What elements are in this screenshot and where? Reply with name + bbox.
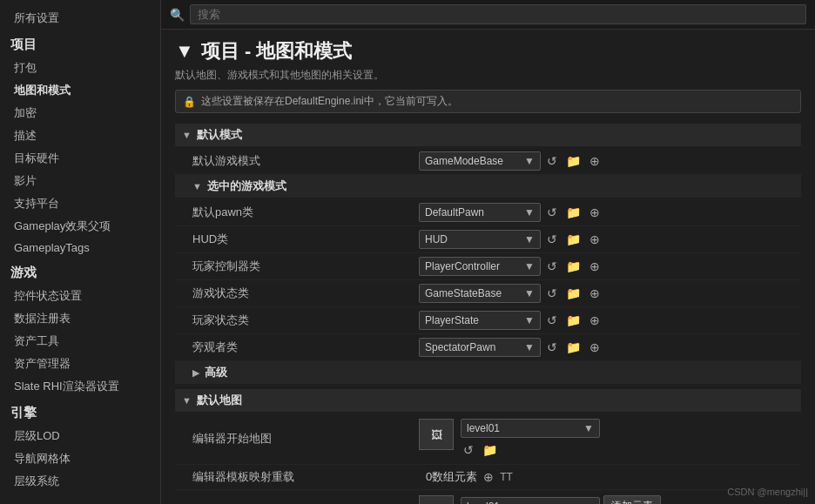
array-count-text: 0数组元素 — [426, 469, 477, 485]
image-icon: 🖼 — [431, 428, 442, 441]
spectator-text: SpectatorPawn — [425, 341, 495, 353]
default-pawn-label: 默认pawn类 — [192, 205, 419, 220]
folder-button-7[interactable]: 📁 — [563, 339, 583, 356]
hud-text: HUD — [425, 233, 448, 245]
chevron-down-icon: ▼ — [524, 155, 535, 167]
plus-button-1[interactable]: ⊕ — [587, 152, 603, 170]
default-pawn-text: DefaultPawn — [425, 206, 484, 218]
player-state-dropdown[interactable]: PlayerState ▼ — [419, 311, 541, 330]
game-state-value: GameStateBase ▼ ↺ 📁 ⊕ — [419, 284, 794, 303]
game-state-dropdown[interactable]: GameStateBase ▼ — [419, 284, 541, 303]
plus-button-5[interactable]: ⊕ — [587, 285, 603, 302]
plus-button-2[interactable]: ⊕ — [587, 204, 603, 221]
folder-button-1[interactable]: 📁 — [563, 152, 583, 170]
sidebar-item-description[interactable]: 描述 — [0, 124, 160, 147]
sidebar-item-packaging[interactable]: 打包 — [0, 57, 160, 79]
plus-button-4[interactable]: ⊕ — [587, 258, 603, 275]
advanced-header-1[interactable]: ▶ 高级 — [175, 361, 801, 384]
refresh-button-4[interactable]: ↺ — [544, 258, 560, 275]
sidebar-item-encryption[interactable]: 加密 — [0, 102, 160, 124]
sidebar-item-hierarchy[interactable]: 层级系统 — [0, 470, 160, 493]
watermark: CSDN @mengzhi|| — [727, 487, 808, 497]
editor-start-row: 编辑器开始地图 🖼 level01 ▼ ↺ — [175, 413, 801, 465]
game-section-title: 游戏 — [0, 258, 160, 285]
folder-button-6[interactable]: 📁 — [563, 312, 583, 329]
editor-start-dropdown-text: level01 — [467, 422, 500, 434]
folder-button-2[interactable]: 📁 — [563, 204, 583, 221]
editor-template-row: 编辑器模板映射重载 0数组元素 ⊕ TT — [175, 465, 801, 490]
game-default-row: 游戏默认地图 🖼 level01 ▼ 添加元素 — [175, 490, 801, 504]
default-pawn-dropdown[interactable]: DefaultPawn ▼ — [419, 203, 541, 222]
folder-button-4[interactable]: 📁 — [563, 258, 583, 275]
sidebar-item-widget-state[interactable]: 控件状态设置 — [0, 285, 160, 307]
game-default-top-row: level01 ▼ 添加元素 — [461, 495, 661, 504]
default-game-mode-row: 默认游戏模式 GameModeBase ▼ ↺ 📁 ⊕ — [175, 148, 801, 175]
sidebar-item-gameplay-effects[interactable]: Gameplay效果父项 — [0, 215, 160, 238]
sidebar-item-slate-rhi[interactable]: Slate RHI渲染器设置 — [0, 375, 160, 398]
default-pawn-value: DefaultPawn ▼ ↺ 📁 ⊕ — [419, 203, 794, 222]
search-bar: 🔍 — [161, 0, 815, 30]
editor-start-thumb: 🖼 — [419, 419, 454, 450]
plus-button-6[interactable]: ⊕ — [587, 312, 603, 329]
folder-button-5[interactable]: 📁 — [563, 285, 583, 302]
page-title-arrow[interactable]: ▼ — [175, 40, 194, 63]
editor-start-refresh[interactable]: ↺ — [461, 441, 476, 459]
sidebar-item-maps-modes[interactable]: 地图和模式 — [0, 79, 160, 102]
player-controller-row: 玩家控制器类 PlayerController ▼ ↺ 📁 ⊕ — [175, 253, 801, 280]
selected-mode-arrow: ▼ — [192, 181, 202, 192]
editor-template-value: 0数组元素 ⊕ TT — [426, 468, 794, 486]
editor-start-dropdown[interactable]: level01 ▼ — [461, 419, 600, 438]
chevron-down-icon-2: ▼ — [524, 206, 535, 218]
default-mode-header[interactable]: ▼ 默认模式 — [175, 124, 801, 146]
sidebar-item-asset-manager[interactable]: 资产管理器 — [0, 353, 160, 375]
sidebar-item-asset-tools[interactable]: 资产工具 — [0, 330, 160, 353]
refresh-button-3[interactable]: ↺ — [544, 231, 560, 248]
array-add-button[interactable]: ⊕ — [481, 468, 496, 486]
sidebar-item-movies[interactable]: 影片 — [0, 170, 160, 192]
chevron-down-icon-8: ▼ — [583, 422, 594, 434]
page-title-text: 项目 - 地图和模式 — [201, 38, 353, 64]
sidebar-item-target-hardware[interactable]: 目标硬件 — [0, 147, 160, 170]
default-pawn-row: 默认pawn类 DefaultPawn ▼ ↺ 📁 ⊕ — [175, 199, 801, 226]
sidebar-item-gameplay-tags[interactable]: GameplayTags — [0, 238, 160, 258]
editor-start-value: 🖼 level01 ▼ ↺ 📁 — [419, 419, 794, 459]
selected-mode-header[interactable]: ▼ 选中的游戏模式 — [175, 175, 801, 198]
game-default-dropdown-text: level01 — [467, 501, 500, 505]
spectator-dropdown[interactable]: SpectatorPawn ▼ — [419, 338, 541, 357]
refresh-button-2[interactable]: ↺ — [544, 204, 560, 221]
chevron-down-icon-5: ▼ — [524, 287, 535, 299]
page-subtitle: 默认地图、游戏模式和其他地图的相关设置。 — [175, 68, 801, 83]
editor-start-controls: level01 ▼ ↺ 📁 — [461, 419, 600, 459]
engine-section-title: 引擎 — [0, 398, 160, 425]
page-title: ▼ 项目 - 地图和模式 — [175, 38, 801, 64]
sidebar-item-hlod[interactable]: 层级LOD — [0, 425, 160, 447]
refresh-button-1[interactable]: ↺ — [544, 152, 560, 170]
sidebar: 所有设置 项目 打包 地图和模式 加密 描述 目标硬件 影片 支持平台 Game… — [0, 0, 161, 504]
player-controller-dropdown[interactable]: PlayerController ▼ — [419, 257, 541, 276]
plus-button-7[interactable]: ⊕ — [587, 339, 603, 356]
default-game-mode-label: 默认游戏模式 — [192, 153, 419, 169]
sidebar-item-data-registry[interactable]: 数据注册表 — [0, 307, 160, 330]
sidebar-item-supported-platforms[interactable]: 支持平台 — [0, 192, 160, 215]
default-map-arrow: ▼ — [182, 395, 192, 406]
add-element-button[interactable]: 添加元素 — [603, 495, 661, 504]
hud-row: HUD类 HUD ▼ ↺ 📁 ⊕ — [175, 226, 801, 253]
game-default-thumb: 🖼 — [419, 495, 454, 504]
hud-label: HUD类 — [192, 232, 419, 247]
default-game-mode-dropdown[interactable]: GameModeBase ▼ — [419, 151, 541, 171]
plus-button-3[interactable]: ⊕ — [587, 231, 603, 248]
refresh-button-5[interactable]: ↺ — [544, 285, 560, 302]
spectator-value: SpectatorPawn ▼ ↺ 📁 ⊕ — [419, 338, 794, 357]
default-map-header[interactable]: ▼ 默认地图 — [175, 389, 801, 412]
game-default-dropdown[interactable]: level01 ▼ — [461, 497, 600, 505]
refresh-button-7[interactable]: ↺ — [544, 339, 560, 356]
editor-start-folder[interactable]: 📁 — [480, 441, 500, 459]
hud-dropdown[interactable]: HUD ▼ — [419, 230, 541, 249]
search-input[interactable] — [190, 4, 806, 24]
folder-button-3[interactable]: 📁 — [563, 231, 583, 248]
refresh-button-6[interactable]: ↺ — [544, 312, 560, 329]
sidebar-item-navmesh[interactable]: 导航网格体 — [0, 447, 160, 470]
all-settings-link[interactable]: 所有设置 — [0, 7, 160, 30]
notice-bar: 🔒 这些设置被保存在DefaultEngine.ini中，它当前可写入。 — [175, 90, 801, 113]
content-area: ▼ 项目 - 地图和模式 默认地图、游戏模式和其他地图的相关设置。 🔒 这些设置… — [161, 30, 815, 504]
